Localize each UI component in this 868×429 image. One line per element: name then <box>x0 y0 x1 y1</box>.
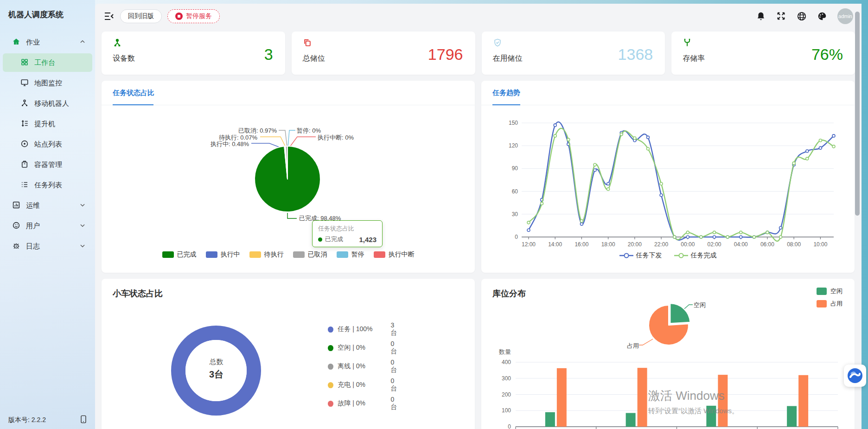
legend-swatch <box>374 251 385 258</box>
stat-cards-row: 设备数 3 总储位 1796 在用储位 1368 存储率 76% <box>95 29 862 75</box>
tooltip-title: 任务状态占比 <box>318 224 377 233</box>
legend-item-interrupted[interactable]: 执行中断 <box>374 250 415 259</box>
line-marker-icon <box>674 252 688 259</box>
legend-swatch <box>162 251 174 258</box>
legend-dot <box>328 327 333 333</box>
legend-item-charging[interactable]: 充电 | 0%0台 <box>328 377 400 393</box>
vehicle-status-donut-chart <box>102 279 475 429</box>
avatar[interactable]: admin <box>837 8 853 24</box>
task-status-legend: 已完成 执行中 待执行 已取消 暂停 执行中断 <box>102 250 475 259</box>
legend-swatch <box>293 251 305 258</box>
robot-icon <box>20 99 29 109</box>
chevron-down-icon <box>79 222 86 230</box>
legend-swatch <box>337 251 348 258</box>
legend-item-pending[interactable]: 待执行 <box>249 250 284 259</box>
legend-dot <box>328 401 333 407</box>
user-icon <box>12 221 20 231</box>
pie-callout-occupied: 占用 <box>627 342 639 350</box>
sidebar-item-users[interactable]: 用户 <box>3 217 92 235</box>
pie-callout-running: 执行中: 0.48% <box>179 140 249 148</box>
palette-icon[interactable] <box>817 11 827 21</box>
sidebar-item-lifter[interactable]: 提升机 <box>3 115 92 133</box>
svg-text:10:00: 10:00 <box>813 241 827 248</box>
svg-text:18:00: 18:00 <box>601 241 615 248</box>
task-list-icon <box>20 180 29 190</box>
svg-text:300: 300 <box>502 375 511 382</box>
svg-text:06:00: 06:00 <box>760 241 774 248</box>
legend-item-fault[interactable]: 故障 | 0%0台 <box>328 396 400 411</box>
legend-item-offline[interactable]: 离线 | 0%0台 <box>328 359 400 374</box>
legend-item-dispatched[interactable]: 任务下发 <box>619 251 662 260</box>
windows-activation-watermark: 激活 Windows 转到“设置”以激活 Windows。 <box>648 388 739 416</box>
app-title: 机器人调度系统 <box>0 0 95 25</box>
sidebar-menu: 作业 工作台 地图监控 移动机器人 提升机 站点列表 容器管理 <box>0 33 95 256</box>
stat-card-total-slots: 总储位 1796 <box>292 32 475 75</box>
svg-text:12:00: 12:00 <box>522 241 536 248</box>
svg-text:90: 90 <box>512 165 518 172</box>
collapse-menu-icon[interactable] <box>103 11 115 22</box>
branch-icon <box>683 41 692 49</box>
svg-text:60: 60 <box>512 188 518 195</box>
legend-item-paused[interactable]: 暂停 <box>337 250 364 259</box>
main-area: 回到旧版 暂停服务 admin 设备数 3 <box>95 4 862 429</box>
sidebar-item-workbench[interactable]: 工作台 <box>3 53 92 72</box>
legend-dot <box>328 382 333 388</box>
svg-text:30: 30 <box>512 211 518 218</box>
pause-service-button[interactable]: 暂停服务 <box>167 9 220 23</box>
vertical-scrollbar-thumb[interactable] <box>855 12 860 216</box>
station-icon <box>20 140 29 149</box>
stat-label: 设备数 <box>113 54 274 64</box>
fullscreen-icon[interactable] <box>776 11 786 21</box>
globe-icon[interactable] <box>797 11 807 21</box>
tooltip-series-dot <box>318 237 322 242</box>
grid-icon <box>20 58 29 68</box>
task-status-card: 任务状态占比 已取消: 0.97% 待执行: 0.07% 执行中: 0.48% … <box>102 81 475 273</box>
svg-text:22:00: 22:00 <box>654 241 668 248</box>
container-icon <box>20 160 29 170</box>
sidebar-item-jobs[interactable]: 作业 <box>3 33 92 51</box>
svg-text:08:00: 08:00 <box>787 241 801 248</box>
svg-text:14:00: 14:00 <box>548 241 562 248</box>
svg-text:200: 200 <box>502 391 511 398</box>
bell-icon[interactable] <box>756 11 766 21</box>
stop-icon <box>175 13 183 20</box>
svg-text:02:00: 02:00 <box>708 241 721 248</box>
svg-text:00:00: 00:00 <box>681 241 695 248</box>
stat-value: 1368 <box>618 45 653 64</box>
sidebar-item-map-monitor[interactable]: 地图监控 <box>3 74 92 92</box>
sidebar: 机器人调度系统 作业 工作台 地图监控 移动机器人 提升机 站点列表 <box>0 0 95 429</box>
back-to-old-button[interactable]: 回到旧版 <box>120 9 162 23</box>
sidebar-item-ops[interactable]: 运维 <box>3 196 92 215</box>
stat-value: 3 <box>264 45 273 64</box>
sidebar-item-logs[interactable]: 日志 <box>3 237 92 256</box>
lift-icon <box>20 119 29 129</box>
donut-center-label: 总数 3台 <box>183 358 250 381</box>
line-marker-icon <box>619 252 633 259</box>
stat-value: 1796 <box>428 45 463 64</box>
svg-text:0: 0 <box>515 234 518 240</box>
sidebar-item-container-mgmt[interactable]: 容器管理 <box>3 155 92 174</box>
sidebar-item-station-list[interactable]: 站点列表 <box>3 135 92 154</box>
chevron-down-icon <box>79 202 86 210</box>
sidebar-item-task-list[interactable]: 任务列表 <box>3 176 92 194</box>
legend-swatch <box>249 251 261 258</box>
svg-text:20:00: 20:00 <box>628 241 642 248</box>
floating-assistant-button[interactable] <box>844 365 866 387</box>
sidebar-item-mobile-robot[interactable]: 移动机器人 <box>3 94 92 113</box>
task-trend-card: 任务趋势 030609012015012:0014:0016:0018:0020… <box>481 81 855 273</box>
legend-dot <box>328 345 333 351</box>
charts-row-2: 小车状态占比 总数 3台 任务 | 100%3台 空闲 | 0%0台 离线 | … <box>95 273 862 429</box>
legend-item-task[interactable]: 任务 | 100%3台 <box>328 321 400 337</box>
legend-item-running[interactable]: 执行中 <box>206 250 240 259</box>
monitor-icon <box>20 78 29 88</box>
legend-item-cancelled[interactable]: 已取消 <box>293 250 327 259</box>
legend-item-idle[interactable]: 空闲 | 0%0台 <box>328 340 400 356</box>
log-icon <box>12 242 20 251</box>
legend-item-done[interactable]: 已完成 <box>162 250 197 259</box>
legend-dot <box>328 364 333 370</box>
phone-icon[interactable] <box>80 415 87 425</box>
task-status-pie-chart <box>102 81 475 273</box>
legend-item-completed[interactable]: 任务完成 <box>674 251 717 260</box>
svg-text:16:00: 16:00 <box>574 241 588 248</box>
pie-callout-free: 空闲 <box>694 301 706 309</box>
